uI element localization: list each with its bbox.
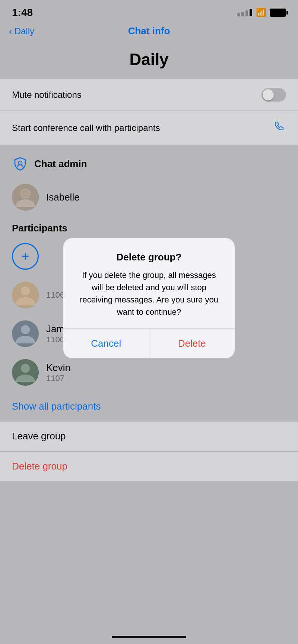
delete-group-modal: Delete group? If you delete the group, a… [63,238,235,358]
modal-content: Delete group? If you delete the group, a… [63,238,235,318]
modal-overlay: Delete group? If you delete the group, a… [0,0,298,644]
modal-cancel-button[interactable]: Cancel [63,329,149,358]
modal-body: If you delete the group, all messages wi… [77,269,221,318]
modal-buttons: Cancel Delete [63,329,235,358]
modal-title: Delete group? [77,251,221,263]
modal-delete-button[interactable]: Delete [149,329,235,358]
